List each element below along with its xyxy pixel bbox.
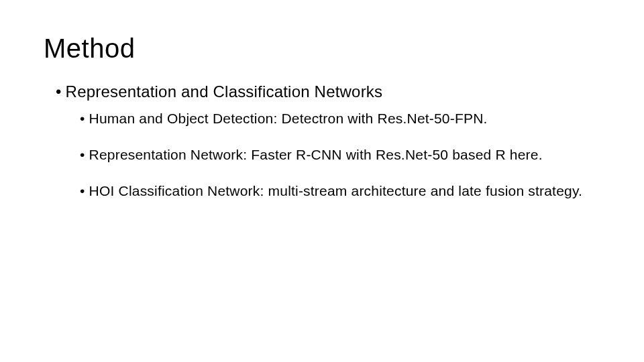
bullet-icon: • <box>80 183 85 199</box>
level2-text: Human and Object Detection: Detectron wi… <box>89 111 488 126</box>
bullet-level1: •Representation and Classification Netwo… <box>56 82 600 101</box>
bullet-icon: • <box>80 147 85 163</box>
level1-text: Representation and Classification Networ… <box>66 82 383 101</box>
bullet-level2: •HOI Classification Network: multi-strea… <box>80 183 600 199</box>
bullet-icon: • <box>56 82 62 101</box>
level2-text: HOI Classification Network: multi-stream… <box>89 183 583 198</box>
slide-title: Method <box>44 34 600 64</box>
bullet-icon: • <box>80 111 85 127</box>
bullet-level2: •Representation Network: Faster R-CNN wi… <box>80 147 600 163</box>
bullet-level2: •Human and Object Detection: Detectron w… <box>80 111 600 127</box>
level2-text: Representation Network: Faster R-CNN wit… <box>89 147 543 162</box>
